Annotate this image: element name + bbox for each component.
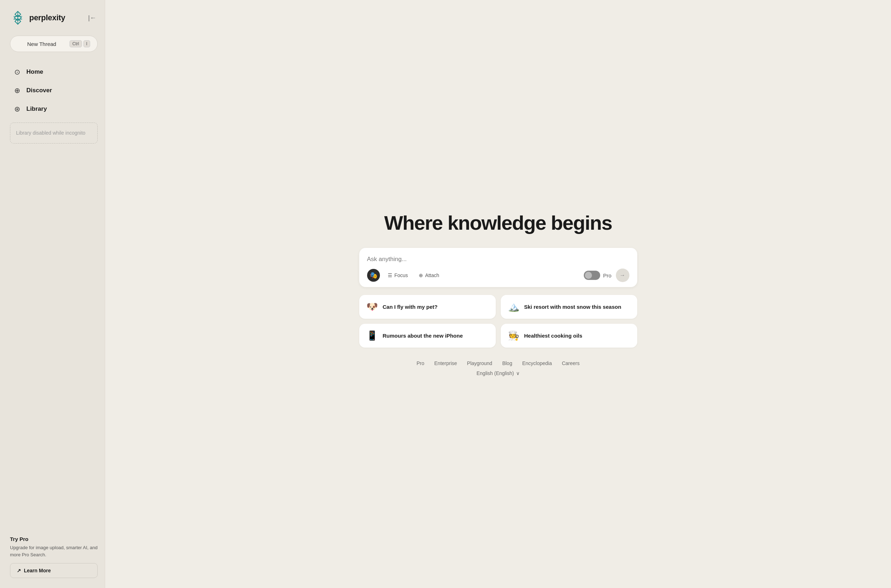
pro-toggle-label: Pro [603,273,611,279]
submit-button[interactable]: → [616,268,630,282]
new-thread-button[interactable]: New Thread Ctrl I [10,36,98,52]
library-disabled-box: Library disabled while incognito [10,123,98,144]
toolbar-right: Pro → [584,268,629,282]
focus-icon: ☰ [388,273,392,278]
hero-title: Where knowledge begins [359,212,637,234]
suggestion-emoji-3: 🧑‍🍳 [508,330,519,341]
suggestion-card-3[interactable]: 🧑‍🍳 Healthiest cooking oils [501,324,637,348]
footer-link-enterprise[interactable]: Enterprise [434,360,457,366]
toggle-thumb [585,272,592,279]
ctrl-key: Ctrl [69,40,82,47]
collapse-icon: |← [88,14,96,22]
logo-text: perplexity [29,13,65,22]
new-thread-label: New Thread [18,41,66,47]
attach-label: Attach [425,273,439,278]
search-toolbar: 🎭 ☰ Focus ⊕ Attach Pro [367,268,630,282]
collapse-sidebar-button[interactable]: |← [87,13,98,23]
suggestion-card-1[interactable]: 🏔️ Ski resort with most snow this season [501,295,637,319]
attach-button[interactable]: ⊕ Attach [416,271,442,280]
discover-label: Discover [26,87,52,94]
i-key: I [83,40,90,47]
suggestions-grid: 🐶 Can I fly with my pet? 🏔️ Ski resort w… [359,295,637,348]
pro-toggle: Pro [584,271,611,280]
footer-language-selector[interactable]: English (English) ∨ [359,370,637,376]
footer-link-encyclopedia[interactable]: Encyclopedia [522,360,552,366]
learn-more-label: Learn More [24,568,51,573]
learn-more-button[interactable]: ↗ Learn More [10,563,98,578]
logo-area: perplexity [10,10,65,26]
suggestion-card-0[interactable]: 🐶 Can I fly with my pet? [359,295,496,319]
search-box: 🎭 ☰ Focus ⊕ Attach Pro [359,248,637,287]
footer-links: ProEnterprisePlaygroundBlogEncyclopediaC… [359,360,637,366]
suggestion-emoji-1: 🏔️ [508,301,519,312]
chevron-down-icon: ∨ [516,370,520,376]
sidebar-item-library[interactable]: ⊛ Library [10,100,98,117]
library-disabled-text: Library disabled while incognito [16,130,86,136]
suggestion-text-1: Ski resort with most snow this season [524,303,622,310]
try-pro-description: Upgrade for image upload, smarter AI, an… [10,544,98,558]
attach-icon: ⊕ [419,273,423,278]
try-pro-section: Try Pro Upgrade for image upload, smarte… [10,528,98,578]
focus-label: Focus [395,273,408,278]
new-thread-shortcut: Ctrl I [69,40,90,47]
suggestion-text-3: Healthiest cooking oils [524,332,582,339]
user-avatar[interactable]: 🎭 [367,269,380,282]
home-icon: ⊙ [13,68,21,76]
footer-link-blog[interactable]: Blog [502,360,512,366]
learn-more-arrow-icon: ↗ [17,568,21,573]
sidebar-item-home[interactable]: ⊙ Home [10,63,98,81]
discover-icon: ⊕ [13,86,21,95]
logo-icon [10,10,26,26]
sidebar-item-discover[interactable]: ⊕ Discover [10,82,98,99]
pro-toggle-switch[interactable] [584,271,600,280]
footer-link-careers[interactable]: Careers [562,360,580,366]
suggestion-emoji-2: 📱 [367,330,378,341]
footer-link-playground[interactable]: Playground [467,360,492,366]
focus-button[interactable]: ☰ Focus [385,271,411,280]
suggestion-text-0: Can I fly with my pet? [383,303,438,310]
search-input[interactable] [367,256,630,268]
library-label: Library [26,105,47,112]
library-icon: ⊛ [13,105,21,113]
sidebar: perplexity |← New Thread Ctrl I ⊙ Home ⊕… [0,0,105,588]
submit-arrow-icon: → [620,272,625,279]
sidebar-header: perplexity |← [10,10,98,26]
footer-link-pro[interactable]: Pro [417,360,424,366]
suggestion-emoji-0: 🐶 [367,301,378,312]
suggestion-text-2: Rumours about the new iPhone [383,332,463,339]
main-content: Where knowledge begins 🎭 ☰ Focus ⊕ Attac… [359,212,637,376]
footer-lang-text: English (English) [476,370,514,376]
try-pro-title: Try Pro [10,536,98,542]
main-content-area: Where knowledge begins 🎭 ☰ Focus ⊕ Attac… [105,0,891,588]
user-avatar-icon: 🎭 [370,272,377,279]
suggestion-card-2[interactable]: 📱 Rumours about the new iPhone [359,324,496,348]
home-label: Home [26,68,43,75]
